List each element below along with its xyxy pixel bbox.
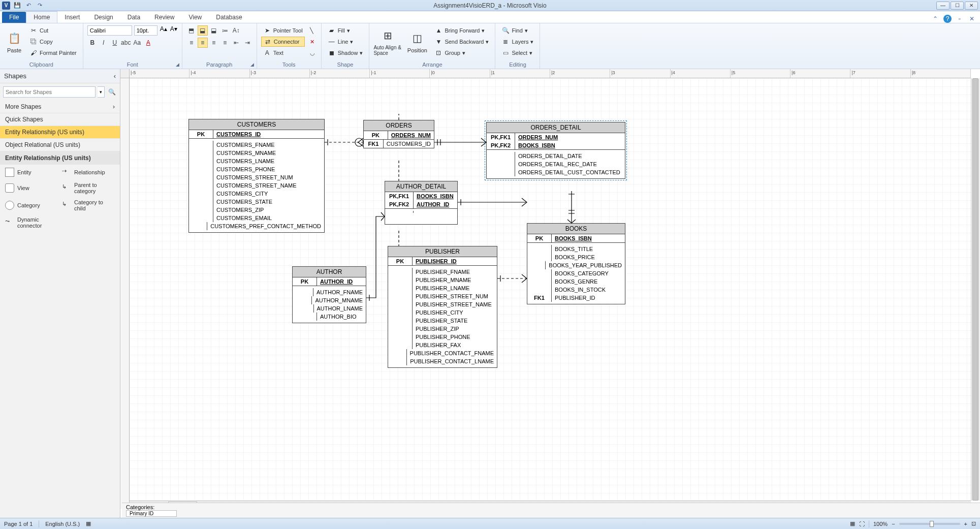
- shapes-search-input[interactable]: [3, 86, 96, 98]
- align-left-button[interactable]: ≡: [186, 38, 197, 48]
- send-backward-button[interactable]: ▼Send Backward ▾: [432, 37, 491, 47]
- help-icon[interactable]: ?: [943, 15, 952, 23]
- tab-design[interactable]: Design: [87, 12, 120, 23]
- bullets-button[interactable]: ≔: [220, 25, 230, 36]
- tab-insert[interactable]: Insert: [57, 12, 87, 23]
- zoom-out-button[interactable]: −: [892, 521, 895, 527]
- parent-to-category-icon: ↳: [62, 183, 71, 193]
- document-close-icon[interactable]: ✕: [968, 15, 976, 23]
- find-button[interactable]: 🔍Find ▾: [499, 25, 535, 36]
- tab-data[interactable]: Data: [120, 12, 147, 23]
- group-button[interactable]: ⊡Group ▾: [432, 48, 491, 58]
- tab-file[interactable]: File: [2, 12, 26, 23]
- minimize-ribbon-icon[interactable]: ⌃: [931, 15, 939, 23]
- font-color-button[interactable]: A: [143, 38, 153, 48]
- font-name-select[interactable]: Calibri: [87, 25, 132, 36]
- shrink-font-icon[interactable]: A▾: [170, 25, 178, 36]
- pointer-tool-button[interactable]: ➤Pointer Tool: [261, 25, 305, 36]
- shapes-search-dropdown[interactable]: ▾: [98, 86, 105, 98]
- increase-indent-button[interactable]: ⇥: [242, 38, 252, 48]
- tab-view[interactable]: View: [181, 12, 209, 23]
- align-bottom-button[interactable]: ⬓: [209, 25, 219, 36]
- vertical-scrollbar[interactable]: [971, 78, 980, 501]
- underline-button[interactable]: U: [110, 38, 120, 48]
- shape-entity[interactable]: Entity: [5, 168, 58, 177]
- presentation-mode-icon[interactable]: ▦: [850, 520, 855, 527]
- paragraph-dialog-launcher[interactable]: ◢: [249, 61, 256, 68]
- justify-button[interactable]: ≡: [220, 38, 230, 48]
- or-us-stencil[interactable]: Object Relational (US units): [0, 139, 120, 151]
- shadow-button[interactable]: ◼Shadow ▾: [326, 48, 365, 58]
- layers-button[interactable]: ≣Layers ▾: [499, 37, 535, 47]
- entity-publisher[interactable]: PUBLISHER PKPUBLISHER_ID PUBLISHER_FNAME…: [388, 246, 497, 368]
- entity-customers[interactable]: CUSTOMERS PKCUSTOMERS_ID CUSTOMERS_FNAME…: [188, 119, 325, 233]
- align-top-button[interactable]: ⬒: [186, 25, 197, 36]
- decrease-indent-button[interactable]: ⇤: [231, 38, 241, 48]
- shape-category-to-child[interactable]: ↳Category to child: [62, 199, 115, 211]
- italic-button[interactable]: I: [99, 38, 109, 48]
- zoom-in-button[interactable]: +: [964, 521, 967, 527]
- tab-home[interactable]: Home: [26, 11, 57, 23]
- change-case-button[interactable]: Aa: [132, 38, 142, 48]
- align-center-button[interactable]: ≡: [198, 38, 208, 48]
- minimize-button[interactable]: —: [936, 2, 950, 10]
- position-button[interactable]: ◫Position: [405, 25, 429, 58]
- arrange-group-label: Arrange: [373, 60, 491, 68]
- align-right-button[interactable]: ≡: [209, 38, 219, 48]
- text-tool-button[interactable]: AText: [261, 48, 305, 58]
- zoom-level[interactable]: 100%: [873, 521, 888, 527]
- shape-parent-to-category[interactable]: ↳Parent to category: [62, 182, 115, 194]
- font-size-select[interactable]: 10pt.: [134, 25, 157, 36]
- paste-icon: 📋: [6, 30, 22, 46]
- drawing-canvas[interactable]: CUSTOMERS PKCUSTOMERS_ID CUSTOMERS_FNAME…: [130, 78, 971, 501]
- line-tool-button[interactable]: ╲: [308, 25, 317, 36]
- grow-font-icon[interactable]: A▴: [160, 25, 168, 36]
- shape-category[interactable]: Category: [5, 199, 58, 211]
- shape-view[interactable]: View: [5, 182, 58, 194]
- entity-author[interactable]: AUTHOR PKAUTHOR_ID AUTHOR_FNAME AUTHOR_M…: [292, 266, 366, 323]
- tab-review[interactable]: Review: [147, 12, 181, 23]
- macro-icon[interactable]: ▦: [86, 520, 91, 527]
- shape-dynamic-connector[interactable]: ⤳Dynamic connector: [5, 216, 58, 229]
- bold-button[interactable]: B: [87, 38, 98, 48]
- auto-align-button[interactable]: ⊞Auto Align & Space: [373, 25, 402, 58]
- full-screen-icon[interactable]: ⛶: [859, 521, 865, 527]
- select-button[interactable]: ▭Select ▾: [499, 48, 535, 58]
- shapes-search-go[interactable]: 🔍: [107, 86, 117, 98]
- close-button[interactable]: ✕: [965, 2, 978, 10]
- delete-connector-button[interactable]: ✕: [308, 37, 317, 47]
- entity-author-detail[interactable]: AUTHOR_DETAIL PK,FK1BOOKS_ISBN PK,FK2AUT…: [385, 181, 458, 225]
- ellipse-tool-button[interactable]: ◡: [308, 48, 317, 58]
- restore-window-icon[interactable]: ▫: [956, 15, 964, 23]
- fill-button[interactable]: ▰Fill ▾: [326, 25, 365, 36]
- save-icon[interactable]: 💾: [13, 2, 21, 10]
- font-dialog-launcher[interactable]: ◢: [175, 61, 181, 68]
- copy-button[interactable]: ⿻Copy: [27, 37, 79, 47]
- er-us-stencil[interactable]: Entity Relationship (US units): [0, 126, 120, 139]
- strikethrough-button[interactable]: abc: [121, 38, 131, 48]
- cut-button[interactable]: ✂Cut: [27, 25, 79, 36]
- format-painter-button[interactable]: 🖌Format Painter: [27, 48, 79, 58]
- zoom-slider[interactable]: [899, 523, 960, 525]
- entity-books[interactable]: BOOKS PKBOOKS_ISBN BOOKS_TITLE BOOKS_PRI…: [527, 223, 625, 304]
- fit-window-icon[interactable]: ⊡: [971, 520, 976, 527]
- entity-orders-detail[interactable]: ORDERS_DETAIL PK,FK1ORDERS_NUM PK,FK2BOO…: [486, 122, 625, 179]
- collapse-shapes-icon[interactable]: ‹: [114, 72, 116, 80]
- text-direction-button[interactable]: A↕: [231, 25, 241, 36]
- redo-icon[interactable]: ↷: [36, 2, 44, 10]
- cut-icon: ✂: [29, 26, 38, 35]
- bring-forward-button[interactable]: ▲Bring Forward ▾: [432, 25, 491, 36]
- undo-icon[interactable]: ↶: [24, 2, 33, 10]
- align-middle-button[interactable]: ⬓: [198, 25, 208, 36]
- line-button[interactable]: ―Line ▾: [326, 37, 365, 47]
- paste-button[interactable]: 📋 Paste: [4, 25, 24, 58]
- tab-database[interactable]: Database: [209, 12, 249, 23]
- more-shapes-item[interactable]: More Shapes›: [0, 101, 120, 113]
- shape-relationship[interactable]: ⇢Relationship: [62, 168, 115, 177]
- quick-shapes-item[interactable]: Quick Shapes: [0, 113, 120, 126]
- connector-tool-button[interactable]: ⇄Connector: [261, 37, 305, 47]
- pointer-icon: ➤: [263, 26, 271, 35]
- entity-orders[interactable]: ORDERS PKORDERS_NUM FK1CUSTOMERS_ID: [363, 120, 434, 148]
- maximize-button[interactable]: ☐: [951, 2, 964, 10]
- group-editing: 🔍Find ▾ ≣Layers ▾ ▭Select ▾ Editing: [495, 23, 540, 69]
